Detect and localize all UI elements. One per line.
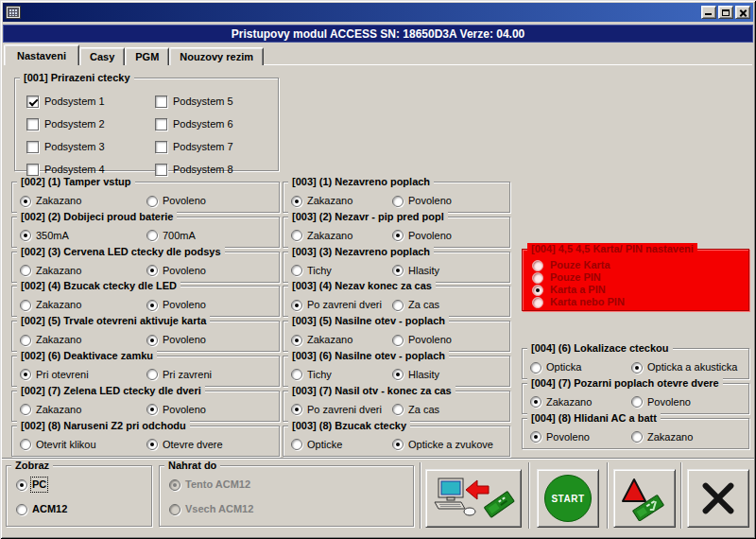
radio-po-zavreni-dveri[interactable]: Po zavreni dveri [291,404,392,416]
radio-label[interactable]: Povoleno [408,230,452,242]
radio-label[interactable]: Zakazano [307,195,352,207]
maximize-button[interactable] [718,6,733,19]
radio-icon[interactable] [631,396,643,408]
radio-icon[interactable] [146,404,158,415]
radio-label[interactable]: Opticka a akusticka [647,361,737,374]
checkbox-podsystem-1[interactable]: Podsystem 1 [26,96,155,108]
radio-label[interactable]: Po zavreni dveri [307,299,382,311]
radio-label[interactable]: Za cas [408,299,439,311]
checkbox-icon[interactable] [155,164,167,176]
tab-pgm[interactable]: PGM [125,47,169,65]
radio-label[interactable]: Tichy [307,265,332,277]
radio-label[interactable]: Zakazano [36,265,81,277]
radio-icon[interactable] [532,297,543,308]
radio-povoleno[interactable]: Povoleno [146,299,206,311]
radio-icon[interactable] [146,196,158,207]
radio-povoleno[interactable]: Povoleno [146,404,206,416]
radio-icon[interactable] [532,285,543,296]
radio-label[interactable]: ACM12 [32,503,67,515]
checkbox-label[interactable]: Podsystem 1 [44,96,105,108]
radio-label[interactable]: 700mA [163,230,196,242]
close-button[interactable] [687,469,749,528]
radio-label[interactable]: Pri otevreni [36,369,89,381]
radio-tichy[interactable]: Tichy [291,369,392,381]
radio-icon[interactable] [146,439,158,450]
radio-label[interactable]: Povoleno [647,396,691,409]
radio-zakazano[interactable]: Zakazano [530,396,631,409]
radio-karta-nebo-pin[interactable]: Karta nebo PIN [532,296,625,308]
checkbox-label[interactable]: Podsystem 2 [44,118,105,130]
radio-icon[interactable] [291,196,302,207]
radio-tichy[interactable]: Tichy [291,265,392,277]
radio-icon[interactable] [392,439,404,450]
radio-karta-a-pin[interactable]: Karta a PIN [532,284,606,296]
radio-icon[interactable] [392,335,404,346]
radio-label[interactable]: Pri zavreni [163,369,212,381]
radio-icon[interactable] [530,362,541,374]
radio-icon[interactable] [530,396,541,408]
radio-label[interactable]: Povoleno [163,299,206,311]
radio-povoleno[interactable]: Povoleno [146,195,206,207]
radio-icon[interactable] [146,265,158,276]
checkbox-label[interactable]: Podsystem 3 [44,141,105,153]
radio-icon[interactable] [20,369,31,380]
checkbox-label[interactable]: Podsystem 5 [173,96,233,108]
radio-icon[interactable] [146,300,158,311]
radio-icon[interactable] [631,431,643,443]
radio-label[interactable]: Za cas [408,404,439,416]
radio-icon[interactable] [20,196,31,207]
radio-pc[interactable]: PC [16,478,151,491]
radio-icon[interactable] [16,479,27,491]
checkbox-label[interactable]: Podsystem 7 [173,141,233,153]
checkbox-podsystem-8[interactable]: Podsystem 8 [155,164,278,176]
radio-icon[interactable] [291,300,302,311]
radio-label[interactable]: Otevrit klikou [36,439,96,451]
radio-hlasity[interactable]: Hlasity [392,369,439,381]
radio-icon[interactable] [291,439,302,450]
radio-label[interactable]: Povoleno [408,334,452,346]
radio-povoleno[interactable]: Povoleno [631,396,691,409]
radio-opticka[interactable]: Opticka [530,361,631,374]
radio-icon[interactable] [20,439,31,450]
radio-label[interactable]: Karta a PIN [550,284,606,296]
radio-opticke-a-zvukove[interactable]: Opticke a zvukove [392,439,493,451]
checkbox-label[interactable]: Podsystem 8 [173,164,233,176]
radio-label[interactable]: Zakazano [36,334,81,346]
radio-label[interactable]: Hlasity [408,265,439,277]
radio-label[interactable]: PC [32,478,46,491]
checkbox-icon[interactable] [155,118,167,130]
radio-label[interactable]: Zakazano [307,230,352,242]
radio-acm12[interactable]: ACM12 [16,503,151,515]
radio-icon[interactable] [20,265,31,276]
radio-povoleno[interactable]: Povoleno [146,265,206,277]
close-window-button[interactable] [735,6,750,19]
radio-label[interactable]: Pouze Karta [550,259,610,271]
checkbox-icon[interactable] [26,118,39,130]
radio-icon[interactable] [392,369,404,380]
radio-zakazano[interactable]: Zakazano [291,230,392,242]
radio-icon[interactable] [392,196,404,207]
radio-label[interactable]: Povoleno [163,334,206,346]
checkbox-podsystem-4[interactable]: Podsystem 4 [26,164,155,176]
checkbox-icon[interactable] [26,164,39,176]
radio-icon[interactable] [530,431,541,443]
radio-zakazano[interactable]: Zakazano [20,404,146,416]
radio-zakazano[interactable]: Zakazano [20,195,146,207]
radio-icon[interactable] [532,260,543,271]
radio-icon[interactable] [291,369,302,380]
radio-icon[interactable] [16,504,27,515]
radio-label[interactable]: Zakazano [36,195,81,207]
radio-label[interactable]: 350mA [36,230,69,242]
checkbox-podsystem-7[interactable]: Podsystem 7 [155,141,278,153]
radio-label[interactable]: Tichy [307,369,332,381]
radio-icon[interactable] [146,230,158,241]
radio-po-zavreni-dveri[interactable]: Po zavreni dveri [291,299,392,311]
radio-label[interactable]: Pouze PIN [550,271,601,284]
checkbox-podsystem-5[interactable]: Podsystem 5 [155,96,278,108]
checkbox-label[interactable]: Podsystem 4 [44,164,105,176]
radio-label[interactable]: Zakazano [36,404,81,416]
radio-icon[interactable] [146,369,158,380]
radio-label[interactable]: Otevre dvere [163,439,223,451]
radio-pouze-karta[interactable]: Pouze Karta [532,259,633,271]
radio-label[interactable]: Karta nebo PIN [550,296,625,308]
